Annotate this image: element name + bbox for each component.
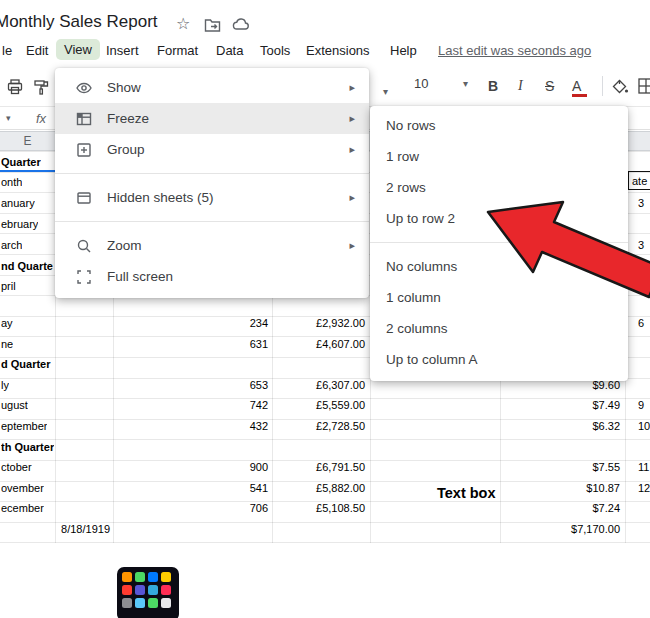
submenu-arrow-icon: ▸: [349, 112, 355, 125]
cell-quantity[interactable]: 653: [162, 378, 268, 392]
cell-label[interactable]: ly: [1, 378, 9, 392]
cell-label[interactable]: ecember: [1, 501, 44, 515]
freeze-option-2-columns[interactable]: 2 columns: [370, 313, 628, 344]
cell-date[interactable]: 8/18/1919: [28, 522, 110, 536]
font-size-value: 10: [414, 76, 428, 91]
menu-tools[interactable]: Tools: [260, 43, 290, 58]
cell-edge-value[interactable]: 9: [638, 398, 650, 412]
cell-amount-gbp[interactable]: £5,559.00: [263, 398, 365, 412]
cell-quantity[interactable]: 432: [162, 419, 268, 433]
date-header-cell[interactable]: ate: [628, 171, 650, 190]
menu-extensions[interactable]: Extensions: [306, 43, 370, 58]
italic-button[interactable]: I: [518, 76, 523, 96]
menu-view[interactable]: View: [56, 39, 100, 60]
cell-amount-gbp[interactable]: £6,307.00: [263, 378, 365, 392]
cell-edge-value[interactable]: 11: [638, 460, 650, 474]
menu-edit[interactable]: Edit: [26, 43, 48, 58]
menu-item-freeze[interactable]: Freeze ▸: [55, 103, 369, 134]
cloud-saved-icon[interactable]: [232, 17, 250, 35]
menu-help[interactable]: Help: [390, 43, 417, 58]
menu-item-show[interactable]: Show ▸: [55, 72, 369, 103]
app-icon: [122, 598, 132, 608]
cell-edge-value[interactable]: 12: [638, 481, 650, 495]
cell-amount-gbp[interactable]: £4,607.00: [263, 337, 365, 351]
cell-total[interactable]: $7,170.00: [519, 522, 620, 536]
name-box-caret-icon[interactable]: ▾: [6, 113, 11, 123]
sheet-row: ecember706£5,108.50$7.24: [0, 498, 650, 518]
menu-item-zoom[interactable]: Zoom ▸: [55, 230, 369, 261]
cell-label[interactable]: pril: [1, 279, 16, 293]
text-color-button[interactable]: A: [572, 76, 581, 96]
paint-format-icon[interactable]: [32, 78, 50, 101]
print-icon[interactable]: [6, 78, 24, 101]
menu-data[interactable]: Data: [216, 43, 243, 58]
fill-color-icon[interactable]: [610, 77, 629, 100]
freeze-option-no-columns[interactable]: No columns: [370, 251, 628, 282]
fullscreen-icon: [75, 268, 93, 286]
toolbar-dropdown-caret-icon[interactable]: ▾: [383, 82, 388, 102]
gridline: [0, 542, 650, 543]
cell-edge-value[interactable]: 3: [638, 196, 650, 210]
cell-label[interactable]: ovember: [1, 481, 44, 495]
cell-amount-gbp[interactable]: £5,882.00: [263, 481, 365, 495]
star-icon[interactable]: ☆: [176, 14, 190, 33]
font-size-control[interactable]: 10 ▾: [414, 76, 468, 91]
freeze-option-up-to-row-2[interactable]: Up to row 2: [370, 203, 628, 234]
cell-edge-value[interactable]: 6: [638, 279, 650, 293]
freeze-option-up-to-column-a[interactable]: Up to column A: [370, 344, 628, 375]
cell-quantity[interactable]: 631: [162, 337, 268, 351]
cell-edge-value[interactable]: 6: [638, 316, 650, 330]
freeze-option-1-column[interactable]: 1 column: [370, 282, 628, 313]
freeze-option-no-rows[interactable]: No rows: [370, 110, 628, 141]
cell-quantity[interactable]: 742: [162, 398, 268, 412]
cell-amount-gbp[interactable]: £2,728.50: [263, 419, 365, 433]
borders-icon[interactable]: [637, 77, 650, 100]
last-edit-link[interactable]: Last edit was seconds ago: [438, 43, 591, 58]
cell-amount-gbp[interactable]: £6,791.50: [263, 460, 365, 474]
phone-screenshot-image[interactable]: [117, 567, 179, 618]
menu-insert[interactable]: Insert: [106, 43, 139, 58]
cell-quantity[interactable]: 706: [162, 501, 268, 515]
cell-amount-usd[interactable]: $6.32: [519, 419, 620, 433]
cell-label[interactable]: arch: [1, 238, 22, 252]
cell-quantity[interactable]: 900: [162, 460, 268, 474]
cell-amount-gbp[interactable]: £5,108.50: [263, 501, 365, 515]
cell-amount-usd[interactable]: $7.24: [519, 501, 620, 515]
freeze-option-2-rows[interactable]: 2 rows: [370, 172, 628, 203]
cell-label[interactable]: ugust: [1, 398, 28, 412]
cell-label[interactable]: ne: [1, 337, 13, 351]
cell-amount-usd[interactable]: $7.49: [519, 398, 620, 412]
cell-label[interactable]: ay: [1, 316, 13, 330]
cell-label[interactable]: ebruary: [1, 217, 38, 231]
menu-item-hidden-sheets[interactable]: Hidden sheets (5) ▸: [55, 182, 369, 213]
document-title[interactable]: Monthly Sales Report: [0, 12, 158, 32]
bold-button[interactable]: B: [488, 76, 498, 96]
cell-amount-usd[interactable]: $7.55: [519, 460, 620, 474]
cell-label[interactable]: onth: [1, 175, 22, 189]
strikethrough-button[interactable]: S: [545, 76, 554, 96]
cell-label[interactable]: nd Quarte: [1, 259, 53, 273]
cell-edge-value[interactable]: 10: [638, 419, 650, 433]
cell-label[interactable]: Quarter: [1, 155, 41, 169]
cell-quantity[interactable]: 541: [162, 481, 268, 495]
menu-item-label: Full screen: [107, 269, 173, 284]
cell-label[interactable]: anuary: [1, 196, 35, 210]
sheet-row: eptember432£2,728.50$6.3210: [0, 416, 650, 436]
menu-format[interactable]: Format: [157, 43, 198, 58]
fx-icon: fx: [36, 111, 46, 126]
cell-label[interactable]: ctober: [1, 460, 32, 474]
cell-label[interactable]: th Quarter: [1, 440, 54, 454]
move-folder-icon[interactable]: [204, 18, 221, 37]
menu-item-full-screen[interactable]: Full screen: [55, 261, 369, 292]
menu-item-group[interactable]: Group ▸: [55, 134, 369, 165]
cell-amount-usd[interactable]: $10.87: [519, 481, 620, 495]
cell-label[interactable]: eptember: [1, 419, 47, 433]
column-header-e[interactable]: E: [0, 132, 56, 150]
cell-amount-gbp[interactable]: £2,932.00: [263, 316, 365, 330]
text-box[interactable]: Text box: [437, 485, 496, 501]
freeze-option-1-row[interactable]: 1 row: [370, 141, 628, 172]
cell-quantity[interactable]: 234: [162, 316, 268, 330]
menu-file[interactable]: le: [2, 43, 12, 58]
cell-edge-value[interactable]: 3: [638, 238, 650, 252]
cell-label[interactable]: d Quarter: [1, 357, 51, 371]
